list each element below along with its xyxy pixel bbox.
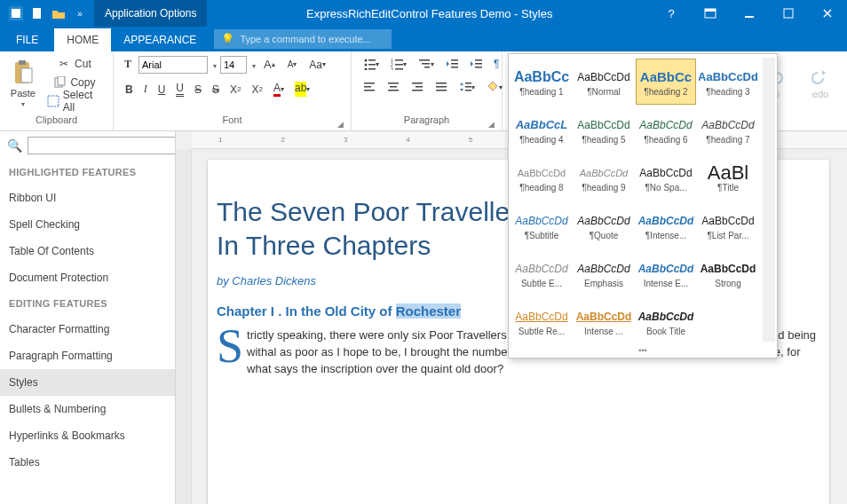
style-subtle-e-[interactable]: AaBbCcDdSubtle E... — [511, 250, 572, 296]
paste-button[interactable]: Paste ▾ — [7, 55, 39, 112]
style--heading-7[interactable]: AaBbCcDd¶heading 7 — [698, 106, 758, 153]
double-underline-button[interactable]: U — [171, 79, 188, 99]
sidebar-item-spell-checking[interactable]: Spell Checking — [0, 211, 175, 238]
style-strong[interactable]: AaBbCcDdStrong — [698, 250, 758, 296]
style--no-spa-[interactable]: AaBbCcDd¶No Spa... — [636, 154, 696, 201]
sidebar-item-character-formatting[interactable]: Character Formatting — [0, 316, 175, 343]
sidebar-item-ribbon-ui[interactable]: Ribbon UI — [0, 185, 175, 211]
align-center-button[interactable] — [383, 78, 404, 96]
style--heading-2[interactable]: AaBbCc¶heading 2 — [636, 59, 696, 105]
font-size-input[interactable] — [220, 56, 247, 74]
style-preview: AaBbCcDd — [701, 211, 754, 231]
redo-button[interactable]: edo — [801, 55, 840, 112]
bullets-icon — [363, 58, 376, 70]
font-color-button[interactable]: A▾ — [269, 79, 289, 99]
strikethrough-button[interactable]: S — [190, 81, 206, 98]
underline-button[interactable]: U — [154, 81, 170, 98]
highlight-button[interactable]: ab▾ — [290, 79, 314, 99]
subscript-button[interactable]: X2 — [226, 81, 245, 98]
bold-button[interactable]: B — [121, 81, 138, 98]
styles-gallery: AaBbCc¶heading 1AaBbCcDd¶NormalAaBbCc¶he… — [508, 53, 778, 358]
italic-button[interactable]: I — [139, 80, 152, 98]
sidebar-item-table-of-contents[interactable]: Table Of Contents — [0, 238, 175, 264]
gallery-scrollbar[interactable] — [763, 58, 775, 342]
line-spacing-icon — [459, 81, 471, 93]
group-font: T A▴ A▾ Aa▾ B I U U S S X2 X2 A▾ ab▾ — [114, 51, 352, 130]
show-marks-button[interactable]: ¶ — [489, 55, 503, 73]
app-icon[interactable] — [5, 3, 27, 24]
style--heading-6[interactable]: AaBbCcDd¶heading 6 — [636, 106, 696, 153]
vertical-ruler[interactable] — [176, 149, 192, 504]
sidebar-search-input[interactable] — [28, 137, 176, 154]
superscript-button[interactable]: X2 — [248, 81, 267, 98]
font-name-input[interactable] — [139, 56, 208, 74]
style-preview: AaBbCcDd — [639, 163, 692, 183]
sidebar-item-document-protection[interactable]: Document Protection — [0, 264, 175, 291]
help-button[interactable]: ? — [652, 0, 691, 27]
align-right-button[interactable] — [407, 78, 428, 96]
paragraph-launcher[interactable]: ◢ — [488, 120, 495, 129]
style--normal[interactable]: AaBbCcDd¶Normal — [574, 59, 634, 105]
open-icon[interactable] — [48, 3, 69, 24]
style--quote[interactable]: AaBbCcDd¶Quote — [574, 202, 634, 248]
close-button[interactable] — [808, 0, 847, 27]
style--heading-5[interactable]: AaBbCcDd¶heading 5 — [574, 106, 634, 153]
style-subtle-re-[interactable]: AaBbCcDdSubtle Re... — [511, 298, 572, 344]
multilevel-button[interactable]: ▾ — [414, 55, 439, 73]
style-intense-[interactable]: AaBbCcDdIntense ... — [574, 298, 634, 344]
style--heading-1[interactable]: AaBbCc¶heading 1 — [511, 59, 572, 105]
select-all-button[interactable]: Select All — [43, 92, 106, 110]
style--heading-4[interactable]: AaBbCcL¶heading 4 — [511, 106, 572, 153]
bullets-button[interactable]: ▾ — [359, 55, 384, 73]
tab-home[interactable]: HOME — [54, 28, 111, 51]
application-options-button[interactable]: Application Options — [94, 0, 207, 27]
font-group-label: Font — [222, 114, 241, 125]
sidebar-item-hyperlinks-bookmarks[interactable]: Hyperlinks & Bookmarks — [0, 422, 175, 449]
sidebar-item-paragraph-formatting[interactable]: Paragraph Formatting — [0, 343, 175, 369]
align-justify-button[interactable] — [431, 78, 452, 96]
style--title[interactable]: AaBl¶Title — [698, 154, 758, 201]
sidebar-item-styles[interactable]: Styles — [0, 369, 175, 396]
qat-more-icon[interactable]: » — [69, 3, 91, 24]
style-intense-e-[interactable]: AaBbCcDdIntense E... — [636, 250, 696, 296]
tell-me-placeholder: Type a command to execute... — [240, 34, 370, 44]
shrink-font-button[interactable]: A▾ — [283, 57, 302, 72]
gallery-more[interactable]: ••• — [511, 345, 775, 356]
font-size-dropdown[interactable] — [250, 59, 256, 71]
svg-rect-43 — [436, 83, 447, 84]
font-launcher[interactable]: ◢ — [337, 120, 344, 129]
change-case-button[interactable]: Aa▾ — [305, 56, 330, 74]
style-preview: AaBbCcDd — [701, 115, 754, 135]
style-book-title[interactable]: AaBbCcDdBook Title — [636, 298, 696, 344]
paragraph-group-label: Paragraph — [404, 114, 449, 125]
style--heading-8[interactable]: AaBbCcDd¶heading 8 — [511, 154, 572, 201]
style-label: ¶heading 7 — [706, 135, 749, 145]
sidebar-item-tables[interactable]: Tables — [0, 449, 175, 476]
style--heading-3[interactable]: AaBbCcDd¶heading 3 — [698, 59, 758, 105]
style--list-par-[interactable]: AaBbCcDd¶List Par... — [698, 202, 758, 248]
new-icon[interactable] — [27, 3, 48, 24]
style-label: ¶Intense... — [645, 231, 687, 240]
numbering-button[interactable]: 123▾ — [386, 55, 411, 73]
sidebar-item-bullets-numbering[interactable]: Bullets & Numbering — [0, 396, 175, 422]
style--subtitle[interactable]: AaBbCcDd¶Subtitle — [511, 202, 572, 248]
line-spacing-button[interactable]: ▾ — [455, 78, 479, 96]
style--heading-9[interactable]: AaBbCcDd¶heading 9 — [574, 154, 634, 201]
double-strike-button[interactable]: S — [208, 81, 224, 98]
minimize-button[interactable] — [730, 0, 769, 27]
increase-indent-button[interactable] — [465, 55, 487, 73]
font-name-dropdown[interactable] — [211, 59, 217, 71]
style-emphasis[interactable]: AaBbCcDdEmphasis — [574, 250, 634, 296]
tell-me-box[interactable]: 💡 Type a command to execute... — [214, 29, 392, 49]
tab-file[interactable]: FILE — [0, 28, 54, 51]
svg-rect-1 — [12, 9, 20, 18]
style-preview: AaBbCcDd — [577, 67, 629, 87]
decrease-indent-button[interactable] — [441, 55, 463, 73]
grow-font-button[interactable]: A▴ — [259, 55, 280, 74]
maximize-button[interactable] — [769, 0, 808, 27]
ribbon-display-button[interactable] — [691, 0, 730, 27]
tab-appearance[interactable]: APPEARANCE — [111, 28, 209, 51]
style--intense-[interactable]: AaBbCcDd¶Intense... — [636, 202, 696, 248]
align-left-button[interactable] — [359, 78, 380, 96]
cut-button[interactable]: ✂Cut — [43, 55, 106, 73]
